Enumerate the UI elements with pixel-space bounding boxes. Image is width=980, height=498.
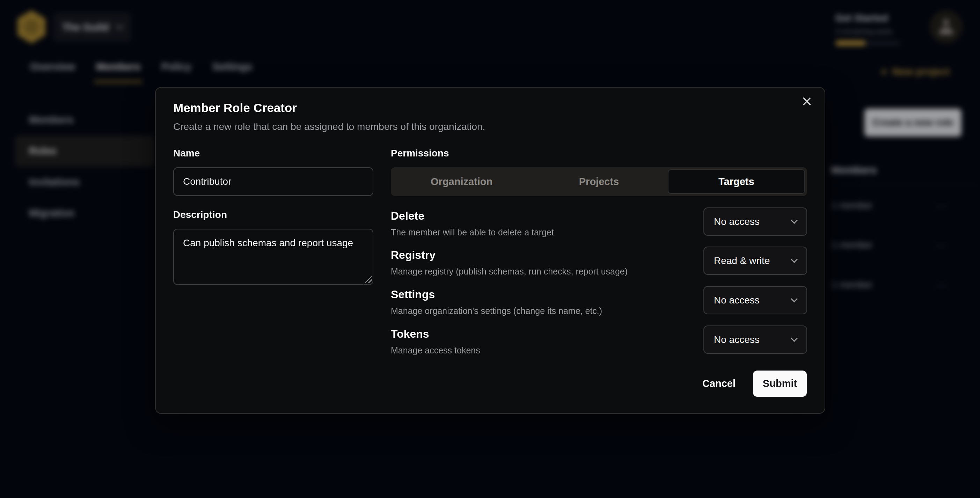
chevron-down-icon xyxy=(791,335,798,342)
org-switcher-button[interactable]: The Guild xyxy=(53,13,131,42)
chevron-down-icon xyxy=(791,217,798,224)
selected-value: No access xyxy=(714,216,760,228)
member-count: 1 member xyxy=(829,279,872,290)
members-sidebar: Members Roles Invitations Migration xyxy=(15,104,155,229)
dialog-actions: Cancel Submit xyxy=(702,371,807,397)
permissions-label: Permissions xyxy=(391,148,449,159)
member-count: 1 member xyxy=(829,240,872,250)
permission-row-settings: Settings Manage organization's settings … xyxy=(391,288,807,316)
sidebar-item-migration[interactable]: Migration xyxy=(15,198,155,229)
row-menu-icon[interactable]: ··· xyxy=(935,239,980,251)
role-row[interactable]: 1 member ··· xyxy=(829,186,980,226)
tab-members[interactable]: Members xyxy=(96,61,140,81)
dialog-subtitle: Create a new role that can be assigned t… xyxy=(173,121,485,132)
name-label: Name xyxy=(173,148,200,159)
delete-access-select[interactable]: No access xyxy=(703,207,807,236)
chevron-down-icon xyxy=(791,296,798,302)
description-label: Description xyxy=(173,209,227,220)
org-nav-tabs: Overview Members Policy Settings xyxy=(30,61,252,81)
settings-access-select[interactable]: No access xyxy=(703,286,807,314)
tab-organization[interactable]: Organization xyxy=(393,169,530,194)
new-project-label: New project xyxy=(892,66,950,78)
submit-button[interactable]: Submit xyxy=(753,371,807,397)
chevron-down-icon xyxy=(116,22,124,30)
tab-targets[interactable]: Targets xyxy=(668,169,805,194)
selected-value: No access xyxy=(714,334,760,345)
row-menu-icon[interactable]: ··· xyxy=(935,200,980,212)
permissions-tab-group: Organization Projects Targets xyxy=(391,167,807,196)
progress-bar xyxy=(835,40,900,46)
plus-icon: + xyxy=(880,66,888,78)
tokens-access-select[interactable]: No access xyxy=(703,326,807,354)
get-started-widget[interactable]: Get Started 4 remaining tasks xyxy=(835,13,905,46)
tab-projects[interactable]: Projects xyxy=(530,169,667,194)
role-row[interactable]: 1 member ··· xyxy=(829,226,980,265)
cancel-button[interactable]: Cancel xyxy=(702,378,735,390)
org-name: The Guild xyxy=(62,22,109,33)
get-started-subtitle: 4 remaining tasks xyxy=(835,27,905,36)
create-role-button[interactable]: Create a new role xyxy=(864,108,961,137)
sidebar-item-members[interactable]: Members xyxy=(15,104,155,135)
divider xyxy=(829,185,980,186)
tab-settings[interactable]: Settings xyxy=(212,61,252,81)
sidebar-item-invitations[interactable]: Invitations xyxy=(15,167,155,198)
registry-access-select[interactable]: Read & write xyxy=(703,247,807,275)
person-icon xyxy=(939,19,953,35)
user-avatar[interactable] xyxy=(931,11,962,43)
members-column-header: Members xyxy=(831,164,877,176)
permission-row-registry: Registry Manage registry (publish schema… xyxy=(391,249,807,277)
sidebar-item-roles[interactable]: Roles xyxy=(15,135,155,167)
close-icon[interactable]: × xyxy=(801,94,813,108)
description-field-wrap: Can publish schemas and report usage xyxy=(173,229,373,285)
role-row[interactable]: 1 member ··· xyxy=(829,265,980,304)
member-role-creator-dialog: × Member Role Creator Create a new role … xyxy=(155,87,825,414)
dialog-title: Member Role Creator xyxy=(173,101,297,115)
tab-policy[interactable]: Policy xyxy=(161,61,191,81)
get-started-title: Get Started xyxy=(835,13,905,24)
selected-value: No access xyxy=(714,295,760,306)
permission-row-delete: Delete The member will be able to delete… xyxy=(391,210,807,237)
selected-value: Read & write xyxy=(714,255,770,266)
role-name-input[interactable] xyxy=(173,167,373,196)
progress-fill xyxy=(835,40,866,46)
chevron-down-icon xyxy=(791,256,798,263)
hive-logo-icon[interactable] xyxy=(16,11,46,43)
role-description-textarea[interactable]: Can publish schemas and report usage xyxy=(173,229,373,285)
new-project-button[interactable]: + New project xyxy=(880,66,950,78)
permission-row-tokens: Tokens Manage access tokens No access xyxy=(391,328,807,355)
member-count: 1 member xyxy=(829,200,872,211)
tab-overview[interactable]: Overview xyxy=(30,61,75,81)
row-menu-icon[interactable]: ··· xyxy=(935,279,980,291)
